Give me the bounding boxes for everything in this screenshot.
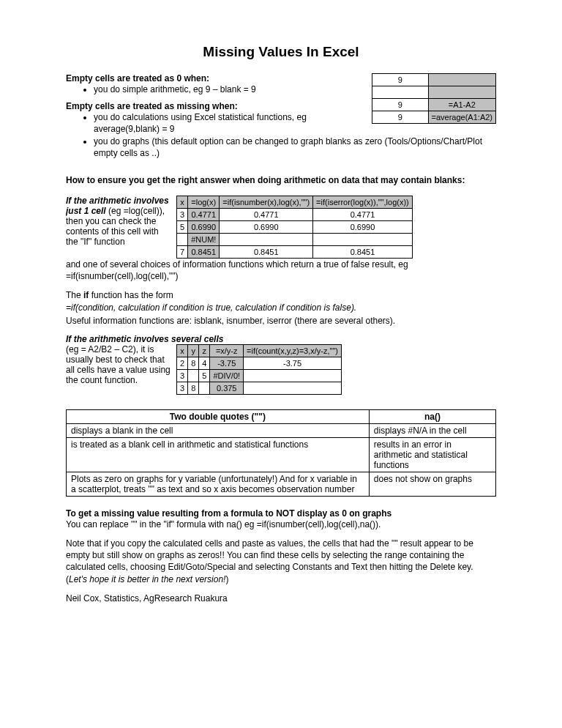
- paragraph: and one of several choices of informatio…: [66, 259, 496, 282]
- text: and one of several choices of informatio…: [66, 259, 408, 270]
- one-cell-intro: If the arithmetic involves just 1 cell (…: [66, 196, 176, 247]
- col-header: =log(x): [188, 196, 220, 208]
- col-header: =if(isnumber(x),log(x),""): [220, 196, 313, 208]
- cell: =A1-A2: [428, 99, 495, 111]
- cell: #NUM!: [188, 233, 220, 245]
- one-cell-section: If the arithmetic involves just 1 cell (…: [66, 196, 496, 259]
- paragraph: The if function has the form: [66, 289, 496, 301]
- col-header: =if(count(x,y,z)=3,x/y-z,""): [244, 344, 342, 357]
- formula-form: =if(condition, calculation if condition …: [66, 302, 496, 313]
- multi-cell-section: (eg = A2/B2 – C2), it is usually best to…: [66, 344, 496, 395]
- cell: [428, 86, 495, 99]
- cell: -3.75: [210, 357, 244, 369]
- cell: 9: [372, 99, 429, 111]
- cell: 3: [177, 382, 188, 394]
- cell: 3: [177, 208, 188, 220]
- cell: 0.8451: [313, 245, 413, 258]
- cell: [220, 233, 313, 245]
- cell: 0.4771: [220, 208, 313, 220]
- cell: [372, 86, 429, 99]
- cell: 0.4771: [313, 208, 413, 220]
- text: Let's hope it is better in the next vers…: [69, 574, 225, 584]
- cell: 5: [177, 220, 188, 233]
- section-heading: How to ensure you get the right answer w…: [66, 175, 496, 185]
- text: The: [66, 290, 83, 300]
- cell: 0.4771: [188, 208, 220, 220]
- cell: #DIV/0!: [210, 369, 244, 382]
- cell: [199, 382, 210, 394]
- formula: =if(isnumber(cell),log(cell),""): [66, 271, 179, 281]
- cell: [313, 233, 413, 245]
- paragraph: You can replace "" in the "if" formula w…: [66, 519, 496, 530]
- col-header: na(): [369, 409, 495, 423]
- author-line: Neil Cox, Statistics, AgResearch Ruakura: [66, 593, 496, 604]
- col-header: Two double quotes (""): [67, 409, 370, 423]
- cell: [244, 382, 342, 394]
- cell: [177, 233, 188, 245]
- cell: 3: [177, 369, 188, 382]
- cell: results in an error in arithmetic and st…: [369, 437, 495, 472]
- cell: 0.8451: [188, 245, 220, 258]
- paragraph: Note that if you copy the calculated cel…: [66, 538, 496, 585]
- cell: 0.6990: [220, 220, 313, 233]
- col-header: z: [199, 344, 210, 357]
- cell: 8: [188, 382, 199, 394]
- text: ): [225, 574, 228, 584]
- col-header: =x/y-z: [210, 344, 244, 357]
- cell: 2: [177, 357, 188, 369]
- text: (eg = A2/B2 – C2), it is usually best to…: [66, 344, 171, 385]
- cell: 0.8451: [220, 245, 313, 258]
- col-header: y: [188, 344, 199, 357]
- count-table: x y z =x/y-z =if(count(x,y,z)=3,x/y-z,""…: [176, 344, 342, 395]
- cell: 0.375: [210, 382, 244, 394]
- bullet: you do graphs (this default option can b…: [94, 135, 496, 159]
- section-heading: To get a missing value resulting from a …: [66, 508, 496, 519]
- cell: is treated as a blank cell in arithmetic…: [67, 437, 370, 472]
- cell: 8: [188, 357, 199, 369]
- cell: =average(A1:A2): [428, 111, 495, 124]
- paragraph: Useful information functions are: isblan…: [66, 315, 496, 327]
- cell: 4: [199, 357, 210, 369]
- cell: [244, 369, 342, 382]
- multi-cell-intro: (eg = A2/B2 – C2), it is usually best to…: [66, 344, 176, 385]
- cell: 9: [372, 111, 429, 124]
- log-table: x =log(x) =if(isnumber(x),log(x),"") =if…: [176, 196, 413, 259]
- mini-excel-table: 9 9 =A1-A2 9 =average(A1:A2): [372, 73, 496, 124]
- col-header: =if(iserror(log(x)),"",log(x)): [313, 196, 413, 208]
- cell: 0.6990: [188, 220, 220, 233]
- col-header: x: [177, 196, 188, 208]
- col-header: x: [177, 344, 188, 357]
- cell: displays a blank in the cell: [67, 423, 370, 437]
- cell: does not show on graphs: [369, 472, 495, 496]
- cell: -3.75: [244, 357, 342, 369]
- cell: 9: [372, 74, 429, 86]
- subhead: If the arithmetic involves several cells: [66, 334, 496, 344]
- cell: [188, 369, 199, 382]
- cell: 0.6990: [313, 220, 413, 233]
- cell: displays #N/A in the cell: [369, 423, 495, 437]
- cell: [428, 74, 495, 86]
- text: function has the form: [89, 290, 173, 300]
- page-title: Missing Values In Excel: [66, 44, 496, 60]
- comparison-table: Two double quotes ("") na() displays a b…: [66, 409, 496, 497]
- cell: 7: [177, 245, 188, 258]
- cell: Plots as zero on graphs for y variable (…: [67, 472, 370, 496]
- document-page: Missing Values In Excel 9 9 =A1-A2 9 =av…: [0, 0, 562, 641]
- cell: 5: [199, 369, 210, 382]
